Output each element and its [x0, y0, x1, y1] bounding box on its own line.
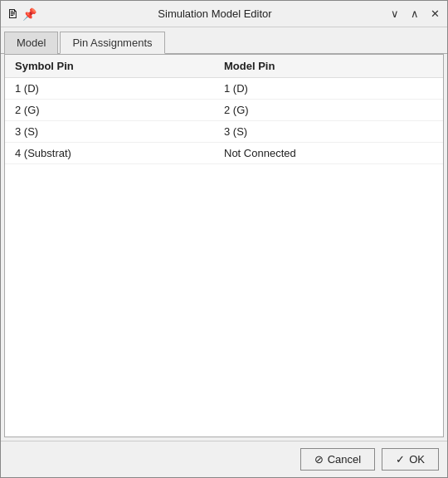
row-symbol: 3 (S): [15, 125, 224, 138]
pin-icon: 📌: [22, 7, 36, 21]
table-header: Symbol Pin Model Pin: [5, 55, 443, 78]
tab-pin-assignments[interactable]: Pin Assignments: [60, 32, 164, 54]
footer: ⊘ Cancel ✓ OK: [1, 441, 447, 477]
tab-bar: Model Pin Assignments: [1, 27, 447, 54]
window-title: Simulation Model Editor: [42, 7, 387, 20]
row-model: 3 (S): [224, 125, 433, 138]
row-symbol: 4 (Substrat): [15, 147, 224, 159]
ok-label: OK: [409, 453, 425, 466]
table-rows: 1 (D)1 (D)2 (G)2 (G)3 (S)3 (S)4 (Substra…: [5, 78, 443, 437]
row-model: 1 (D): [224, 82, 433, 95]
title-bar: 🖹 📌 Simulation Model Editor ∨ ∧ ✕: [1, 1, 447, 27]
row-model: 2 (G): [224, 104, 433, 116]
ok-icon: ✓: [396, 453, 405, 466]
app-icon: 🖹: [6, 7, 19, 21]
row-symbol: 2 (G): [15, 104, 224, 116]
table-row[interactable]: 1 (D)1 (D): [5, 78, 443, 100]
column-model-header: Model Pin: [224, 60, 433, 72]
minimize-button[interactable]: ∨: [387, 7, 402, 22]
ok-button[interactable]: ✓ OK: [382, 448, 439, 471]
main-window: 🖹 📌 Simulation Model Editor ∨ ∧ ✕ Model …: [0, 0, 448, 478]
row-symbol: 1 (D): [15, 82, 224, 95]
tab-model[interactable]: Model: [4, 32, 58, 54]
maximize-button[interactable]: ∧: [407, 7, 422, 22]
cancel-button[interactable]: ⊘ Cancel: [300, 448, 375, 471]
cancel-label: Cancel: [328, 453, 361, 466]
window-controls: ∨ ∧ ✕: [387, 7, 442, 22]
table-row[interactable]: 3 (S)3 (S): [5, 121, 443, 143]
table-row[interactable]: 2 (G)2 (G): [5, 100, 443, 121]
cancel-icon: ⊘: [314, 453, 324, 466]
table-row[interactable]: 4 (Substrat)Not Connected: [5, 143, 443, 164]
close-button[interactable]: ✕: [427, 7, 442, 22]
column-symbol-header: Symbol Pin: [15, 60, 224, 72]
tab-content: Symbol Pin Model Pin 1 (D)1 (D)2 (G)2 (G…: [4, 54, 444, 437]
title-bar-icons: 🖹 📌: [6, 7, 36, 21]
row-model: Not Connected: [224, 147, 433, 159]
